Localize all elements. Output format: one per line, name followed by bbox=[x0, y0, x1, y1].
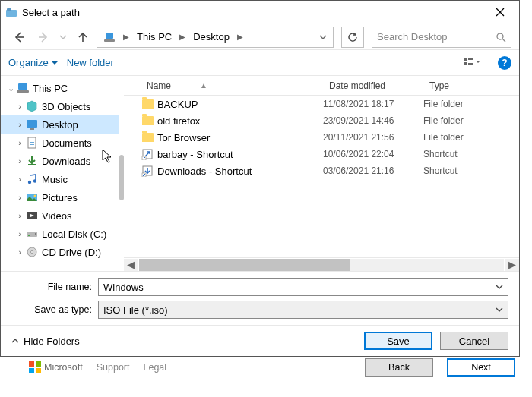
cancel-button[interactable]: Cancel bbox=[440, 332, 508, 350]
svg-rect-11 bbox=[27, 120, 37, 128]
up-button[interactable] bbox=[72, 27, 93, 48]
chevron-right-icon: ▶ bbox=[178, 33, 187, 41]
svg-rect-33 bbox=[36, 361, 41, 367]
save-dialog: Select a path ▶ This PC ▶ Desktop ▶ bbox=[0, 0, 520, 357]
help-button[interactable]: ? bbox=[498, 56, 511, 70]
support-link[interactable]: Support bbox=[97, 362, 130, 373]
file-list: Name▲ Date modified Type BACKUP11/08/202… bbox=[124, 76, 519, 271]
address-seg-desktop[interactable]: Desktop bbox=[188, 28, 234, 46]
svg-rect-2 bbox=[106, 33, 113, 39]
dialog-title: Select a path bbox=[22, 7, 486, 18]
chevron-right-icon: ▶ bbox=[122, 33, 131, 41]
wizard-next-button[interactable]: Next bbox=[447, 358, 515, 377]
hide-folders-button[interactable]: Hide Folders bbox=[11, 336, 356, 347]
chevron-right-icon: ▶ bbox=[236, 33, 245, 41]
chevron-down-icon[interactable] bbox=[496, 306, 503, 314]
filename-input[interactable]: Windows bbox=[98, 278, 508, 296]
list-row[interactable]: Downloads - Shortcut03/06/2021 21:16Shor… bbox=[124, 162, 519, 179]
tree-item[interactable]: ›CD Drive (D:) bbox=[1, 243, 119, 261]
dialog-body: ⌄This PC›3D Objects›Desktop›Documents›Do… bbox=[1, 75, 519, 272]
tree-root[interactable]: ⌄This PC bbox=[1, 79, 119, 97]
scroll-handle[interactable] bbox=[139, 259, 350, 271]
titlebar: Select a path bbox=[1, 1, 519, 24]
dialog-toolbar: Organize New folder ? bbox=[1, 49, 519, 75]
wizard-footer: Microsoft Support Legal Back Next bbox=[29, 358, 515, 377]
address-bar[interactable]: ▶ This PC ▶ Desktop ▶ bbox=[97, 27, 334, 48]
svg-rect-24 bbox=[28, 235, 30, 236]
svg-point-27 bbox=[31, 251, 33, 254]
tree-item[interactable]: ›Desktop bbox=[1, 115, 119, 134]
svg-rect-34 bbox=[29, 368, 34, 373]
search-placeholder: Search Desktop bbox=[377, 31, 496, 43]
save-button[interactable]: Save bbox=[364, 332, 432, 350]
svg-rect-16 bbox=[30, 144, 34, 145]
svg-rect-17 bbox=[28, 164, 36, 165]
tree-item[interactable]: ›Pictures bbox=[1, 188, 119, 206]
scroll-left-icon[interactable]: ◀ bbox=[124, 259, 138, 271]
svg-rect-35 bbox=[36, 368, 41, 373]
microsoft-logo: Microsoft bbox=[29, 361, 83, 373]
svg-point-19 bbox=[33, 179, 36, 182]
svg-rect-14 bbox=[30, 140, 34, 140]
svg-rect-10 bbox=[17, 90, 29, 93]
address-root-icon[interactable] bbox=[99, 28, 120, 46]
chevron-down-icon[interactable] bbox=[496, 283, 503, 291]
legal-link[interactable]: Legal bbox=[143, 362, 166, 373]
scroll-right-icon[interactable]: ▶ bbox=[505, 259, 519, 271]
app-icon bbox=[5, 6, 17, 18]
hscrollbar[interactable]: ◀ ▶ bbox=[124, 257, 519, 271]
saveas-select[interactable]: ISO File (*.iso) bbox=[98, 301, 508, 319]
tree-item[interactable]: ›Videos bbox=[1, 206, 119, 225]
svg-rect-5 bbox=[464, 58, 467, 61]
tree-item[interactable]: ›Music bbox=[1, 170, 119, 188]
folder-tree[interactable]: ⌄This PC›3D Objects›Desktop›Documents›Do… bbox=[1, 76, 119, 271]
col-date[interactable]: Date modified bbox=[323, 80, 423, 91]
list-header: Name▲ Date modified Type bbox=[124, 76, 519, 96]
address-seg-thispc[interactable]: This PC bbox=[132, 28, 176, 46]
nav-row: ▶ This PC ▶ Desktop ▶ Search Desktop bbox=[1, 24, 519, 49]
search-input[interactable]: Search Desktop bbox=[372, 27, 511, 48]
svg-rect-8 bbox=[468, 63, 473, 65]
list-row[interactable]: barbay - Shortcut10/06/2021 22:04Shortcu… bbox=[124, 146, 519, 162]
tree-item[interactable]: ›Documents bbox=[1, 134, 119, 152]
svg-rect-15 bbox=[30, 142, 34, 143]
wizard-back-button[interactable]: Back bbox=[365, 358, 433, 377]
chevron-up-icon bbox=[11, 337, 19, 345]
filename-area: File name: Windows Save as type: ISO Fil… bbox=[1, 272, 519, 326]
list-rows[interactable]: BACKUP11/08/2021 18:17File folderold fir… bbox=[124, 96, 519, 257]
new-folder-button[interactable]: New folder bbox=[67, 57, 114, 68]
tree-item[interactable]: ›3D Objects bbox=[1, 97, 119, 115]
svg-rect-12 bbox=[30, 128, 34, 130]
view-button[interactable] bbox=[461, 54, 483, 72]
forward-button[interactable] bbox=[33, 27, 54, 48]
svg-point-21 bbox=[34, 195, 36, 197]
col-type[interactable]: Type bbox=[423, 80, 519, 91]
close-button[interactable] bbox=[486, 2, 515, 23]
search-icon bbox=[496, 32, 506, 43]
svg-rect-0 bbox=[6, 10, 17, 17]
tree-item[interactable]: ›Local Disk (C:) bbox=[1, 225, 119, 243]
back-button[interactable] bbox=[8, 27, 30, 48]
svg-rect-7 bbox=[468, 58, 473, 60]
refresh-button[interactable] bbox=[341, 27, 364, 48]
svg-rect-9 bbox=[18, 83, 27, 90]
saveas-label: Save as type: bbox=[11, 304, 98, 315]
svg-rect-3 bbox=[104, 39, 115, 42]
svg-point-25 bbox=[35, 233, 36, 235]
splitter[interactable] bbox=[119, 76, 124, 271]
tree-item[interactable]: ›Downloads bbox=[1, 152, 119, 170]
svg-point-4 bbox=[497, 33, 503, 39]
address-dropdown-icon[interactable] bbox=[318, 33, 328, 41]
svg-rect-32 bbox=[29, 361, 34, 367]
svg-rect-6 bbox=[464, 62, 467, 65]
list-row[interactable]: Tor Browser20/11/2021 21:56File folder bbox=[124, 129, 519, 146]
col-name[interactable]: Name▲ bbox=[141, 80, 323, 91]
filename-label: File name: bbox=[11, 282, 98, 292]
list-row[interactable]: old firefox23/09/2021 14:46File folder bbox=[124, 112, 519, 129]
dialog-footer: Hide Folders Save Cancel bbox=[1, 326, 519, 356]
recent-dropdown[interactable] bbox=[57, 27, 69, 48]
svg-point-18 bbox=[28, 181, 31, 184]
svg-rect-1 bbox=[7, 8, 11, 11]
list-row[interactable]: BACKUP11/08/2021 18:17File folder bbox=[124, 96, 519, 112]
organize-button[interactable]: Organize bbox=[8, 57, 58, 68]
